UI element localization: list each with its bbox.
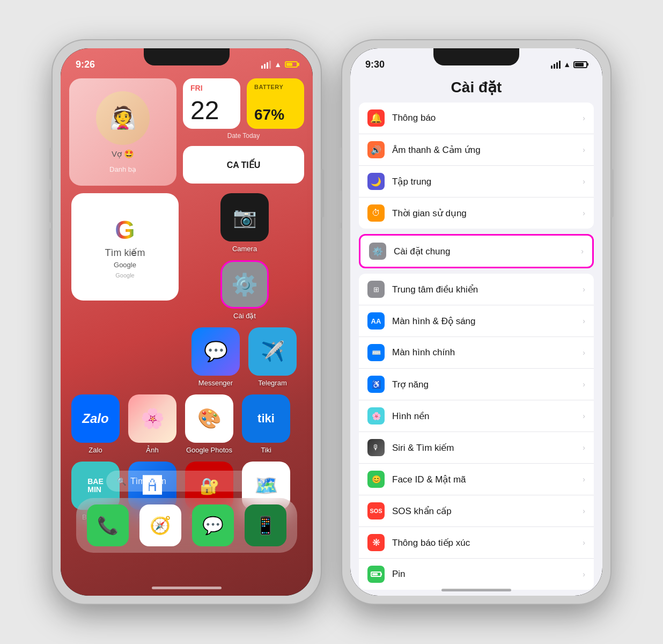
general-label: Cài đặt chung — [394, 246, 577, 257]
screentime-label: Thời gian sử dụng — [392, 208, 578, 219]
settings-row-faceid[interactable]: 😊 Face ID & Mật mã › — [359, 464, 594, 495]
screentime-icon: ⏱ — [367, 204, 385, 222]
exposure-chevron: › — [583, 538, 585, 547]
settings-section-general: ⚙️ Cài đặt chung › — [359, 234, 594, 268]
sound-label: Âm thanh & Cảm ứng — [392, 144, 578, 156]
settings-row-wallpaper[interactable]: 🌸 Hình nền › — [359, 400, 594, 432]
focus-chevron: › — [583, 177, 585, 186]
settings-row-sos[interactable]: SOS SOS khẩn cấp › — [359, 495, 594, 527]
app-settings[interactable]: ⚙️ — [220, 260, 269, 309]
notch — [144, 48, 230, 65]
settings-row-controlcenter[interactable]: ⊞ Trung tâm điều khiển › — [359, 274, 594, 305]
settings-section-3: ⊞ Trung tâm điều khiển › AA Màn hình & Đ… — [359, 274, 594, 590]
settings-row-screentime[interactable]: ⏱ Thời gian sử dụng › — [359, 197, 594, 229]
settings-wifi-icon: ▲ — [563, 60, 571, 69]
faceid-chevron: › — [583, 475, 585, 484]
sos-chevron: › — [583, 507, 585, 515]
app-messenger[interactable]: 💬 — [191, 327, 240, 376]
notifications-chevron: › — [583, 114, 585, 122]
google-widget[interactable]: G Tìm kiếm Google Google — [71, 193, 179, 301]
contact-widget-label: Danh bạ — [109, 165, 136, 173]
settings-row-siri[interactable]: 🎙 Siri & Tìm kiếm › — [359, 432, 594, 464]
exposure-label: Thông báo tiếp xúc — [392, 537, 578, 548]
sos-icon: SOS — [367, 502, 385, 519]
settings-row-homescreen[interactable]: ⌨️ Màn hình chính › — [359, 337, 594, 369]
settings-signal-icon — [551, 61, 561, 69]
search-icon: 🔍 — [117, 477, 126, 486]
status-icons: ▲ — [261, 60, 298, 69]
app-camera[interactable]: 📷 — [220, 193, 269, 241]
settings-status-icons: ▲ — [551, 60, 587, 69]
settings-row-sound[interactable]: 🔊 Âm thanh & Cảm ứng › — [359, 134, 594, 166]
contact-widget[interactable]: 👰 Vợ 🤩 Danh bạ — [69, 78, 176, 186]
app-zalo[interactable]: Zalo — [71, 394, 120, 443]
settings-row-accessibility[interactable]: ♿ Trợ năng › — [359, 369, 594, 400]
search-placeholder: Tìm kiếm — [130, 476, 166, 486]
faceid-icon: 😊 — [367, 471, 385, 488]
focus-label: Tập trung — [392, 176, 578, 187]
battery-settings-label: Pin — [392, 569, 578, 580]
display-label: Màn hình & Độ sáng — [392, 316, 578, 327]
dock-messages[interactable]: 💬 — [192, 504, 234, 546]
settings-title: Cài đặt — [350, 74, 602, 103]
accessibility-chevron: › — [583, 380, 585, 389]
general-chevron: › — [581, 247, 584, 255]
signal-icon — [261, 61, 271, 69]
display-icon: AA — [367, 312, 385, 330]
notch-2 — [433, 48, 519, 65]
app-settings-label: Cài đặt — [233, 312, 256, 320]
dock-safari[interactable]: 🧭 — [139, 504, 181, 546]
wallpaper-icon: 🌸 — [367, 407, 385, 425]
search-bar[interactable]: 🔍 Tìm kiếm — [106, 471, 267, 492]
notifications-icon: 🔔 — [367, 109, 385, 127]
app-zalo-label: Zalo — [89, 446, 102, 454]
settings-row-display[interactable]: AA Màn hình & Độ sáng › — [359, 305, 594, 337]
contact-avatar: 👰 — [96, 91, 150, 145]
app-google-photos[interactable]: 🎨 — [185, 394, 233, 443]
phone-1: 9:26 ▲ 👰 — [53, 40, 321, 604]
home-indicator — [152, 587, 222, 589]
display-chevron: › — [583, 317, 585, 325]
settings-section-1: 🔔 Thông báo › 🔊 Âm thanh & Cảm ứng › 🌙 T… — [359, 103, 594, 229]
sound-chevron: › — [583, 145, 585, 154]
app-telegram[interactable]: ✈️ — [248, 327, 297, 376]
wallpaper-chevron: › — [583, 412, 585, 420]
widgets-row: 👰 Vợ 🤩 Danh bạ FRI 22 BATTERY 67% — [61, 74, 313, 186]
faceid-label: Face ID & Mật mã — [392, 474, 578, 485]
battery-pct: 67% — [254, 106, 297, 123]
accessibility-icon: ♿ — [367, 376, 385, 393]
settings-battery-icon — [573, 61, 587, 68]
battery-settings-chevron: › — [583, 570, 585, 579]
homescreen-icon: ⌨️ — [367, 344, 385, 361]
shortcut-widget[interactable]: CA TIẾU — [183, 146, 304, 184]
controlcenter-chevron: › — [583, 285, 585, 294]
settings-row-exposure[interactable]: ❋ Thông báo tiếp xúc › — [359, 527, 594, 559]
battery-icon — [285, 61, 298, 68]
settings-row-notifications[interactable]: 🔔 Thông báo › — [359, 103, 594, 134]
notifications-label: Thông báo — [392, 113, 578, 123]
wallpaper-label: Hình nền — [392, 411, 578, 422]
app-photos-label: Ảnh — [146, 446, 158, 454]
battery-widget[interactable]: BATTERY 67% — [247, 78, 304, 129]
settings-row-general[interactable]: ⚙️ Cài đặt chung › — [360, 236, 592, 267]
date-day: FRI — [190, 84, 233, 92]
status-time: 9:26 — [76, 59, 95, 70]
date-widget-label: Date Today — [183, 132, 304, 140]
settings-row-battery[interactable]: Pin › — [359, 559, 594, 590]
dock-app4[interactable]: 📱 — [245, 504, 286, 546]
sound-icon: 🔊 — [367, 141, 385, 158]
homescreen-chevron: › — [583, 348, 585, 357]
app-tiki[interactable]: tiki — [242, 394, 290, 443]
app-google-photos-label: Google Photos — [186, 446, 232, 454]
sos-label: SOS khẩn cấp — [392, 506, 578, 517]
homescreen-label: Màn hình chính — [392, 347, 578, 358]
phone-2: 9:30 ▲ Cài đặt — [342, 40, 610, 604]
settings-row-focus[interactable]: 🌙 Tập trung › — [359, 166, 594, 197]
app-photos[interactable]: 🌸 — [128, 394, 176, 443]
settings-screen: 9:30 ▲ Cài đặt — [350, 48, 602, 596]
app-camera-label: Camera — [232, 245, 257, 253]
dock-phone[interactable]: 📞 — [87, 504, 129, 546]
dock-area: 🔍 Tìm kiếm 📞 🧭 💬 📱 — [61, 471, 313, 553]
date-widget[interactable]: FRI 22 — [183, 78, 240, 129]
wifi-icon: ▲ — [274, 60, 282, 69]
